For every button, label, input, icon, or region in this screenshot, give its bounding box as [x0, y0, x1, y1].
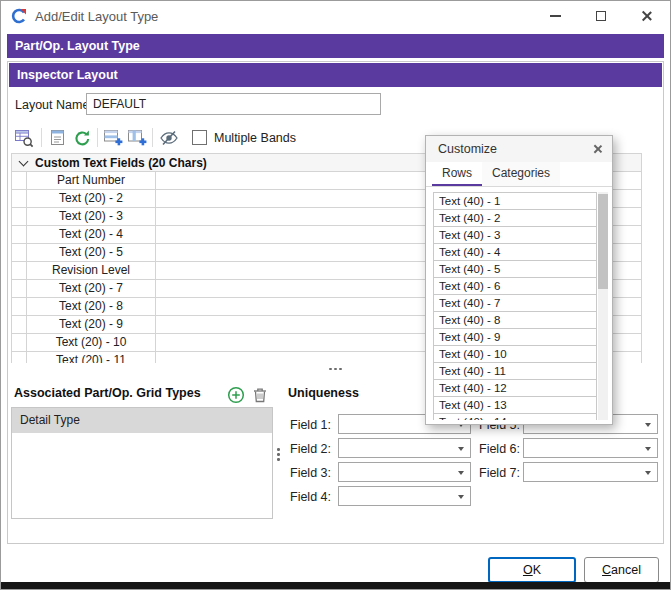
row-label: Text (20) - 2 [27, 190, 156, 207]
hide-columns-icon [159, 128, 179, 148]
row-indicator [12, 208, 27, 225]
toolbar-separator [97, 128, 98, 147]
customize-list-item[interactable]: Text (40) - 9 [433, 328, 597, 346]
customize-list-item[interactable]: Text (40) - 1 [433, 192, 597, 210]
field-6-combo[interactable] [523, 438, 658, 458]
customize-list-item[interactable]: Text (40) - 6 [433, 277, 597, 295]
customize-titlebar: Customize [426, 136, 612, 162]
maximize-icon [596, 11, 606, 21]
add-column-button[interactable] [126, 127, 148, 149]
row-label: Text (20) - 4 [27, 226, 156, 243]
row-indicator [12, 244, 27, 261]
grid-types-list: Detail Type [11, 407, 273, 519]
add-band-button[interactable] [102, 127, 124, 149]
toolbar-separator [152, 128, 153, 147]
refresh-button[interactable] [71, 127, 93, 149]
associated-grid-types-title: Associated Part/Op. Grid Types [14, 386, 201, 400]
field-2-combo[interactable] [338, 438, 471, 458]
bottom-strip [1, 582, 670, 589]
layout-search-button[interactable] [13, 127, 35, 149]
customize-list-item[interactable]: Text (40) - 8 [433, 311, 597, 329]
tab-categories[interactable]: Categories [482, 162, 560, 186]
layout-name-input[interactable] [86, 93, 381, 115]
cancel-button[interactable]: Cancel [584, 557, 659, 583]
customize-scrollbar[interactable] [598, 192, 608, 420]
refresh-icon [73, 129, 92, 148]
minimize-button[interactable] [532, 1, 578, 31]
multiple-bands-checkbox[interactable] [192, 130, 207, 145]
customize-tabs: Rows Categories [426, 162, 612, 187]
field-1-label: Field 1: [290, 418, 331, 432]
scrollbar-thumb[interactable] [598, 194, 608, 289]
customize-list-item[interactable]: Text (40) - 11 [433, 362, 597, 380]
add-column-icon [127, 128, 147, 148]
field-7-label: Field 7: [479, 466, 520, 480]
field-7-combo[interactable] [523, 462, 658, 482]
plus-circle-icon [227, 386, 245, 404]
delete-grid-type-button[interactable] [251, 386, 269, 404]
ok-button[interactable]: OK [488, 557, 576, 583]
field-4-label: Field 4: [290, 490, 331, 504]
row-indicator [12, 226, 27, 243]
add-band-icon [103, 128, 123, 148]
window-title: Add/Edit Layout Type [35, 9, 158, 24]
chevron-down-icon [19, 157, 29, 167]
close-icon [641, 10, 653, 22]
customize-list-item[interactable]: Text (40) - 2 [433, 209, 597, 227]
customize-list-item[interactable]: Text (40) - 14 [433, 413, 597, 420]
row-label: Text (20) - 3 [27, 208, 156, 225]
band-title: Custom Text Fields (20 Chars) [35, 156, 207, 170]
app-icon [11, 8, 27, 24]
field-4-combo[interactable] [338, 486, 471, 506]
row-indicator [12, 172, 27, 189]
customize-list-item[interactable]: Text (40) - 13 [433, 396, 597, 414]
tab-rows[interactable]: Rows [432, 162, 482, 186]
cancel-label: C [602, 563, 611, 577]
field-2-label: Field 2: [290, 442, 331, 456]
field-3-label: Field 3: [290, 466, 331, 480]
customize-list-item[interactable]: Text (40) - 7 [433, 294, 597, 312]
customize-list-item[interactable]: Text (40) - 12 [433, 379, 597, 397]
ok-label: O [523, 563, 533, 577]
list-item-detail-type[interactable]: Detail Type [12, 408, 272, 433]
partop-layout-type-header: Part/Op. Layout Type [7, 34, 664, 58]
splitter-grip-icon [329, 368, 332, 371]
row-label: Text (20) - 7 [27, 280, 156, 297]
customize-list-item[interactable]: Text (40) - 3 [433, 226, 597, 244]
vertical-splitter[interactable] [273, 448, 284, 470]
hide-columns-button[interactable] [158, 127, 180, 149]
customize-list-item[interactable]: Text (40) - 10 [433, 345, 597, 363]
row-label: Part Number [27, 172, 156, 189]
field-3-combo[interactable] [338, 462, 471, 482]
row-indicator [12, 262, 27, 279]
layout-name-label: Layout Name: [15, 98, 93, 112]
row-indicator [12, 352, 27, 363]
report-icon [48, 128, 68, 148]
close-button[interactable] [624, 1, 670, 31]
row-label: Text (20) - 9 [27, 316, 156, 333]
row-label: Text (20) - 5 [27, 244, 156, 261]
title-bar: Add/Edit Layout Type [1, 1, 670, 31]
maximize-button[interactable] [578, 1, 624, 31]
row-indicator [12, 190, 27, 207]
row-label: Text (20) - 8 [27, 298, 156, 315]
add-grid-type-button[interactable] [227, 386, 245, 404]
row-indicator [12, 298, 27, 315]
add-edit-layout-dialog: Add/Edit Layout Type Part/Op. Layout Typ… [0, 0, 671, 590]
uniqueness-title: Uniqueness [288, 386, 359, 400]
customize-close-icon[interactable] [593, 144, 603, 154]
splitter-grip-icon [277, 448, 280, 451]
row-indicator [12, 316, 27, 333]
customize-list-item[interactable]: Text (40) - 4 [433, 243, 597, 261]
layout-search-icon [14, 128, 34, 148]
trash-icon [251, 386, 269, 404]
report-button[interactable] [47, 127, 69, 149]
row-label: Revision Level [27, 262, 156, 279]
row-label: Text (20) - 11 [27, 352, 156, 363]
inspector-layout-header: Inspector Layout [9, 63, 662, 87]
customize-list: Text (40) - 1 Text (40) - 2 Text (40) - … [433, 192, 597, 420]
row-indicator [12, 334, 27, 351]
ok-label-rest: K [533, 563, 541, 577]
customize-list-item[interactable]: Text (40) - 5 [433, 260, 597, 278]
cancel-label-rest: ancel [611, 563, 641, 577]
